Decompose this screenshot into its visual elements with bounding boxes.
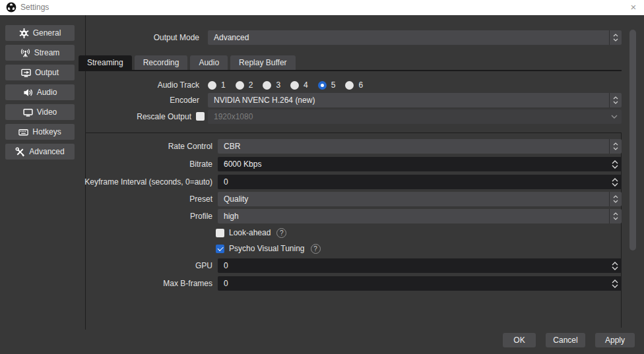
radio-label: 1 [221, 80, 226, 90]
cancel-button[interactable]: Cancel [546, 333, 585, 347]
output-mode-select[interactable]: Advanced [208, 30, 622, 45]
sidebar-item-label: Output [35, 68, 59, 77]
encoder-value: NVIDIA NVENC H.264 (new) [214, 96, 315, 105]
obs-logo-icon [6, 2, 16, 13]
radio-track-6[interactable] [345, 81, 354, 90]
spinbox-arrows-icon[interactable] [610, 276, 620, 291]
sidebar-item-advanced[interactable]: Advanced [5, 144, 75, 160]
sidebar-item-label: Video [37, 107, 57, 117]
sidebar-item-label: Hotkeys [32, 127, 61, 136]
sidebar-item-audio[interactable]: Audio [5, 84, 75, 100]
sidebar-item-video[interactable]: Video [5, 104, 75, 120]
radio-track-4[interactable] [290, 81, 299, 90]
encoder-label: Encoder [86, 93, 199, 107]
radio-track-3[interactable] [263, 81, 271, 90]
profile-label: Profile [79, 209, 212, 223]
rate-control-select[interactable]: CBR [218, 139, 622, 154]
profile-value: high [224, 212, 239, 221]
psycho-visual-tuning-checkbox[interactable] [216, 245, 224, 253]
radio-label: 5 [331, 80, 336, 90]
look-ahead-row: Look-ahead ? [216, 227, 286, 239]
look-ahead-checkbox[interactable] [216, 229, 224, 237]
audio-track-radios: 1 2 3 4 5 6 [208, 78, 373, 92]
tab-replay-buffer[interactable]: Replay Buffer [230, 55, 296, 71]
gpu-label: GPU [79, 258, 212, 273]
tab-recording[interactable]: Recording [135, 55, 188, 71]
profile-select[interactable]: high [218, 209, 622, 223]
output-mode-value: Advanced [214, 33, 249, 42]
display-output-icon [21, 68, 31, 78]
close-icon[interactable]: × [623, 0, 644, 15]
help-icon[interactable]: ? [311, 244, 321, 254]
preset-label: Preset [79, 192, 212, 206]
max-b-frames-value: 0 [224, 279, 228, 288]
window-title: Settings [20, 0, 49, 15]
preset-value: Quality [224, 194, 248, 204]
rescale-resolution-value: 1920x1080 [214, 112, 253, 121]
speaker-icon [23, 88, 33, 98]
tools-icon [15, 147, 25, 157]
max-b-frames-input[interactable]: 0 [218, 276, 622, 291]
sidebar-item-general[interactable]: General [5, 25, 75, 41]
look-ahead-label: Look-ahead [229, 228, 271, 237]
max-b-frames-label: Max B-frames [79, 276, 212, 291]
tab-separator [79, 70, 622, 71]
keyframe-interval-input[interactable]: 0 [218, 175, 622, 189]
rescale-output-checkbox[interactable] [196, 112, 205, 121]
gpu-input[interactable]: 0 [218, 258, 622, 273]
titlebar: Settings × [0, 0, 644, 15]
spinbox-arrows-icon[interactable] [610, 157, 620, 171]
combo-spinner-icon[interactable] [609, 93, 622, 107]
vertical-scrollbar[interactable] [629, 30, 636, 251]
audio-track-label: Audio Track [86, 78, 199, 92]
sidebar-item-output[interactable]: Output [5, 65, 75, 80]
radio-label: 2 [249, 80, 253, 90]
output-tabs: Streaming Recording Audio Replay Buffer [79, 55, 296, 71]
gpu-value: 0 [224, 261, 228, 270]
psycho-visual-tuning-label: Psycho Visual Tuning [229, 244, 305, 253]
sidebar-item-label: Advanced [29, 147, 64, 156]
gear-icon [19, 28, 29, 38]
help-icon[interactable]: ? [276, 228, 286, 238]
radio-label: 4 [304, 80, 308, 90]
rate-control-value: CBR [224, 142, 240, 151]
tab-audio[interactable]: Audio [190, 55, 228, 71]
radio-track-1[interactable] [208, 81, 216, 90]
bitrate-label: Bitrate [79, 157, 212, 171]
sidebar-item-hotkeys[interactable]: Hotkeys [5, 124, 75, 140]
bitrate-input[interactable]: 6000 Kbps [218, 157, 622, 171]
output-mode-label: Output Mode [86, 30, 199, 45]
bitrate-value: 6000 Kbps [224, 160, 261, 169]
keyboard-icon [18, 127, 28, 137]
chevron-down-icon [611, 109, 618, 124]
preset-select[interactable]: Quality [218, 192, 622, 206]
radio-label: 6 [358, 80, 363, 90]
encoder-select[interactable]: NVIDIA NVENC H.264 (new) [208, 93, 622, 107]
rate-control-label: Rate Control [79, 139, 212, 154]
radio-label: 3 [276, 80, 280, 90]
rescale-resolution-select: 1920x1080 [208, 109, 622, 124]
sidebar-item-stream[interactable]: Stream [5, 45, 75, 61]
combo-spinner-icon[interactable] [609, 209, 622, 223]
radio-track-5[interactable] [318, 81, 327, 90]
sidebar-item-label: Audio [37, 88, 57, 97]
tab-streaming[interactable]: Streaming [79, 55, 132, 71]
combo-spinner-icon[interactable] [609, 192, 622, 206]
keyframe-interval-value: 0 [224, 177, 228, 187]
ok-button[interactable]: OK [503, 333, 536, 347]
spinbox-arrows-icon[interactable] [610, 175, 620, 189]
apply-button[interactable]: Apply [595, 333, 635, 347]
radio-track-2[interactable] [236, 81, 244, 90]
spinbox-arrows-icon[interactable] [610, 258, 620, 273]
broadcast-antenna-icon [20, 48, 30, 58]
psycho-visual-tuning-row: Psycho Visual Tuning ? [216, 243, 321, 254]
combo-spinner-icon[interactable] [609, 30, 622, 45]
settings-window: Settings × General Stream Output Audio V… [0, 0, 644, 354]
combo-spinner-icon[interactable] [609, 139, 622, 154]
sidebar-item-label: Stream [34, 48, 60, 57]
display-icon [23, 107, 33, 117]
rescale-output-label: Rescale Output [86, 109, 191, 124]
keyframe-interval-label: Keyframe Interval (seconds, 0=auto) [79, 175, 212, 189]
sidebar-item-label: General [33, 28, 61, 38]
